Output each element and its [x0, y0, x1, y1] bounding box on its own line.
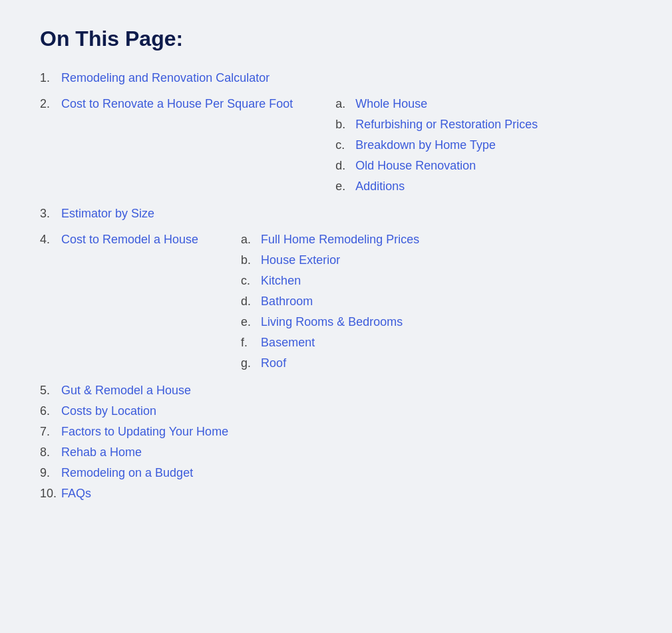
sub-toc-link[interactable]: Roof [261, 356, 286, 370]
sub-item: b.House Exterior [241, 253, 419, 267]
toc-item: 10.FAQs [40, 487, 632, 501]
toc-link[interactable]: Cost to Remodel a House [61, 233, 198, 247]
sub-item-label: a. [241, 233, 258, 247]
item-number: 3. [40, 207, 59, 221]
sub-item: f.Basement [241, 336, 419, 350]
sub-list: a.Whole Houseb.Refurbishing or Restorati… [335, 97, 538, 200]
sub-item: d.Bathroom [241, 295, 419, 309]
sub-item: a.Full Home Remodeling Prices [241, 233, 419, 247]
sub-item: d.Old House Renovation [335, 159, 538, 173]
toc-item: 4.Cost to Remodel a Housea.Full Home Rem… [40, 227, 632, 377]
sub-toc-link[interactable]: Refurbishing or Restoration Prices [355, 118, 538, 132]
sub-item-label: d. [335, 159, 353, 173]
sub-item-label: a. [335, 97, 353, 111]
toc-link[interactable]: Costs by Location [61, 404, 156, 418]
toc-item: 2.Cost to Renovate a House Per Square Fo… [40, 92, 632, 200]
page-title: On This Page: [40, 27, 632, 51]
toc-item: 7.Factors to Updating Your Home [40, 425, 632, 439]
sub-item: c.Kitchen [241, 274, 419, 288]
toc-link[interactable]: Estimator by Size [61, 207, 154, 221]
toc-link[interactable]: Factors to Updating Your Home [61, 425, 228, 439]
sub-toc-link[interactable]: Basement [261, 336, 315, 350]
toc-link[interactable]: Remodeling and Renovation Calculator [61, 71, 269, 85]
sub-item-label: f. [241, 336, 258, 350]
sub-item-label: b. [335, 118, 353, 132]
sub-item: b.Refurbishing or Restoration Prices [335, 118, 538, 132]
sub-item-label: e. [241, 315, 258, 329]
sub-toc-link[interactable]: Old House Renovation [355, 159, 476, 173]
sub-toc-link[interactable]: Whole House [355, 97, 427, 111]
sub-item-label: d. [241, 295, 258, 309]
sub-item-label: b. [241, 253, 258, 267]
toc-item: 5.Gut & Remodel a House [40, 384, 632, 398]
toc-item: 6.Costs by Location [40, 404, 632, 418]
sub-toc-link[interactable]: Additions [355, 180, 405, 193]
item-number: 7. [40, 425, 59, 439]
item-number: 5. [40, 384, 59, 398]
sub-item-label: g. [241, 356, 258, 370]
sub-list: a.Full Home Remodeling Pricesb.House Ext… [241, 233, 419, 377]
page-container: On This Page: 1.Remodeling and Renovatio… [0, 0, 672, 534]
sub-item: e.Living Rooms & Bedrooms [241, 315, 419, 329]
item-number: 6. [40, 404, 59, 418]
item-number: 9. [40, 466, 59, 480]
sub-item-label: c. [335, 138, 353, 152]
toc-link[interactable]: Gut & Remodel a House [61, 384, 191, 398]
sub-item-label: c. [241, 274, 258, 288]
toc-item: 1.Remodeling and Renovation Calculator [40, 71, 632, 85]
item-number: 2. [40, 97, 59, 111]
item-number: 8. [40, 445, 59, 459]
toc-link[interactable]: Rehab a Home [61, 445, 142, 459]
toc-list: 1.Remodeling and Renovation Calculator2.… [40, 71, 632, 501]
item-number: 1. [40, 71, 59, 85]
sub-item: a.Whole House [335, 97, 538, 111]
sub-item-label: e. [335, 180, 353, 193]
sub-toc-link[interactable]: Full Home Remodeling Prices [261, 233, 419, 247]
toc-link[interactable]: FAQs [61, 487, 91, 501]
sub-toc-link[interactable]: Living Rooms & Bedrooms [261, 315, 403, 329]
toc-item: 8.Rehab a Home [40, 445, 632, 459]
toc-link[interactable]: Cost to Renovate a House Per Square Foot [61, 97, 293, 111]
item-number: 10. [40, 487, 59, 501]
sub-toc-link[interactable]: House Exterior [261, 253, 340, 267]
sub-item: g.Roof [241, 356, 419, 370]
toc-link[interactable]: Remodeling on a Budget [61, 466, 193, 480]
sub-toc-link[interactable]: Kitchen [261, 274, 301, 288]
sub-toc-link[interactable]: Bathroom [261, 295, 313, 309]
toc-item: 3.Estimator by Size [40, 207, 632, 221]
sub-item: e.Additions [335, 180, 538, 193]
sub-toc-link[interactable]: Breakdown by Home Type [355, 138, 496, 152]
item-number: 4. [40, 233, 59, 247]
sub-item: c.Breakdown by Home Type [335, 138, 538, 152]
toc-item: 9.Remodeling on a Budget [40, 466, 632, 480]
